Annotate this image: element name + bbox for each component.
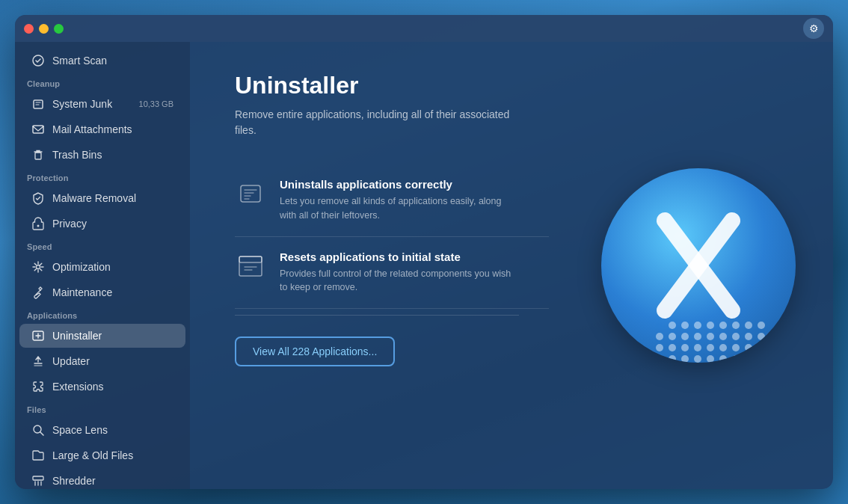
sidebar-item-large-old-files[interactable]: Large & Old Files — [19, 443, 185, 467]
svg-point-24 — [707, 333, 714, 340]
optimization-icon — [31, 260, 45, 274]
optimization-label: Optimization — [52, 261, 111, 273]
svg-point-38 — [656, 355, 663, 363]
feature-uninstalls-text: Uninstalls applications correctly Lets y… — [280, 178, 519, 223]
svg-point-39 — [669, 355, 676, 363]
minimize-button[interactable] — [39, 24, 49, 34]
sidebar-item-space-lens[interactable]: Space Lens — [19, 418, 185, 442]
feature-resets-desc: Provides full control of the related com… — [280, 267, 519, 295]
sidebar-item-mail-attachments[interactable]: Mail Attachments — [19, 117, 185, 141]
sidebar-item-extensions[interactable]: Extensions — [19, 375, 185, 399]
svg-point-13 — [681, 322, 689, 329]
svg-point-15 — [707, 322, 714, 329]
svg-rect-11 — [239, 256, 262, 262]
system-junk-label: System Junk — [52, 98, 112, 110]
feature-resets-text: Resets applications to initial state Pro… — [280, 251, 519, 295]
privacy-label: Privacy — [52, 218, 87, 230]
feature-resets-icon — [235, 251, 266, 282]
svg-rect-10 — [239, 256, 262, 276]
sidebar-item-trash-bins[interactable]: Trash Bins — [19, 143, 185, 167]
svg-point-18 — [745, 322, 752, 329]
divider — [235, 315, 519, 316]
feature-uninstalls-icon — [235, 178, 266, 209]
svg-point-12 — [669, 322, 676, 329]
maintenance-icon — [31, 286, 45, 299]
svg-rect-2 — [33, 126, 43, 133]
sidebar-item-malware-removal[interactable]: Malware Removal — [19, 186, 185, 210]
svg-point-42 — [707, 355, 714, 363]
cleanup-section-label: Cleanup — [15, 73, 190, 91]
maximize-button[interactable] — [54, 24, 64, 34]
feature-uninstalls-heading: Uninstalls applications correctly — [280, 178, 519, 191]
svg-point-27 — [745, 333, 752, 340]
shredder-label: Shredder — [52, 475, 96, 487]
sidebar-item-smart-scan[interactable]: Smart Scan — [19, 49, 185, 73]
svg-point-29 — [656, 344, 663, 351]
svg-point-36 — [745, 344, 752, 351]
svg-point-25 — [719, 333, 727, 340]
extensions-label: Extensions — [52, 381, 103, 393]
mail-attachments-label: Mail Attachments — [52, 123, 132, 135]
updater-icon — [31, 354, 45, 368]
traffic-lights — [24, 24, 64, 34]
system-junk-icon — [31, 97, 45, 111]
svg-point-37 — [758, 344, 765, 351]
system-junk-badge: 10,33 GB — [139, 99, 173, 108]
close-button[interactable] — [24, 24, 34, 34]
sidebar-item-shredder[interactable]: Shredder — [19, 469, 185, 489]
smart-scan-icon — [31, 54, 45, 67]
privacy-icon — [31, 217, 45, 230]
sidebar-item-maintenance[interactable]: Maintenance — [19, 280, 185, 304]
main-window: ⚙ Smart Scan Cleanup — [15, 15, 833, 489]
svg-point-23 — [694, 333, 701, 340]
sidebar-item-uninstaller[interactable]: Uninstaller — [19, 324, 185, 348]
svg-rect-3 — [35, 153, 41, 159]
view-all-applications-button[interactable]: View All 228 Applications... — [235, 336, 395, 366]
uninstaller-label: Uninstaller — [52, 330, 102, 342]
trash-bins-icon — [31, 148, 45, 162]
feature-uninstalls: Uninstalls applications correctly Lets y… — [235, 165, 549, 237]
svg-point-35 — [732, 344, 740, 351]
svg-point-20 — [656, 333, 663, 340]
space-lens-icon — [31, 423, 45, 437]
speed-section-label: Speed — [15, 236, 190, 254]
sidebar-item-optimization[interactable]: Optimization — [19, 255, 185, 279]
title-bar-right: ⚙ — [803, 18, 824, 39]
updater-label: Updater — [52, 355, 90, 367]
feature-uninstalls-desc: Lets you remove all kinds of application… — [280, 194, 519, 223]
sidebar-item-system-junk[interactable]: System Junk 10,33 GB — [19, 92, 185, 116]
maintenance-label: Maintenance — [52, 286, 112, 298]
svg-point-21 — [669, 333, 676, 340]
malware-removal-label: Malware Removal — [52, 192, 136, 204]
extensions-icon — [31, 380, 45, 393]
svg-point-33 — [707, 344, 714, 351]
svg-rect-8 — [33, 476, 43, 480]
svg-point-22 — [681, 333, 689, 340]
malware-removal-icon — [31, 191, 45, 205]
mail-attachments-icon — [31, 123, 45, 136]
feature-resets-heading: Resets applications to initial state — [280, 251, 519, 263]
trash-bins-label: Trash Bins — [52, 149, 102, 161]
svg-point-41 — [694, 355, 701, 363]
svg-point-31 — [681, 344, 689, 351]
settings-button[interactable]: ⚙ — [803, 18, 824, 39]
sidebar-item-privacy[interactable]: Privacy — [19, 212, 185, 236]
applications-section-label: Applications — [15, 305, 190, 323]
files-section-label: Files — [15, 399, 190, 417]
svg-point-17 — [732, 322, 740, 329]
system-junk-left: System Junk — [31, 97, 112, 111]
svg-point-45 — [745, 355, 752, 363]
svg-point-28 — [758, 333, 765, 340]
smart-scan-label: Smart Scan — [52, 55, 107, 67]
svg-point-46 — [758, 355, 765, 363]
sidebar-item-updater[interactable]: Updater — [19, 349, 185, 373]
shredder-icon — [31, 474, 45, 488]
settings-icon: ⚙ — [809, 22, 819, 34]
svg-point-19 — [758, 322, 765, 329]
svg-point-16 — [719, 322, 727, 329]
main-content: Uninstaller Remove entire applications, … — [190, 42, 833, 489]
feature-list: Uninstalls applications correctly Lets y… — [235, 165, 549, 309]
feature-resets: Resets applications to initial state Pro… — [235, 237, 549, 310]
sidebar: Smart Scan Cleanup System Junk 10,33 GB — [15, 42, 190, 489]
protection-section-label: Protection — [15, 168, 190, 185]
